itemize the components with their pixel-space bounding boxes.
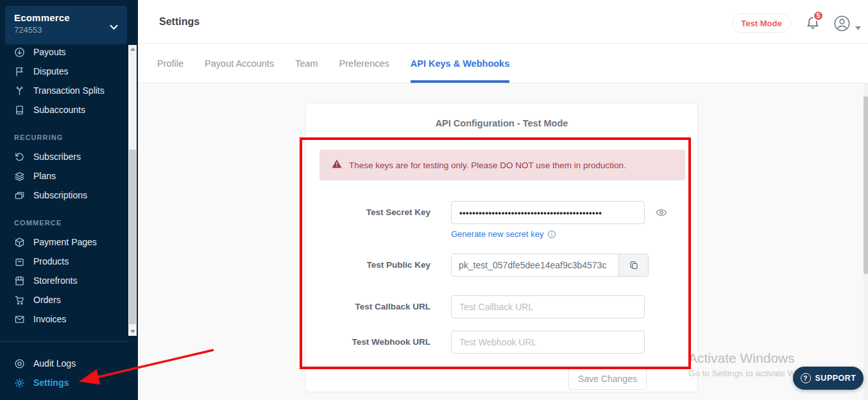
sidebar-scrollbar[interactable] — [128, 45, 137, 336]
sidebar-item-payment-pages[interactable]: Payment Pages — [0, 232, 128, 252]
sidebar-item-settings[interactable]: Settings — [0, 373, 128, 392]
flag-icon — [14, 66, 25, 77]
sidebar-item-label: Settings — [33, 378, 69, 388]
business-id: 724553 — [14, 25, 118, 35]
cart-icon — [14, 295, 25, 306]
sidebar-footer: Audit Logs Settings — [0, 354, 128, 392]
sidebar-item-label: Subscriptions — [33, 190, 87, 200]
callback-url-input[interactable] — [451, 295, 645, 318]
sidebar-nav: Payouts Disputes Transaction Splits Suba… — [0, 42, 128, 329]
split-icon — [14, 85, 25, 96]
layers-icon — [14, 171, 25, 182]
sidebar-item-label: Storefronts — [33, 275, 77, 286]
storefront-icon — [14, 275, 25, 286]
sidebar-item-subscribers[interactable]: Subscribers — [0, 147, 128, 166]
warning-triangle-icon — [332, 159, 342, 171]
scroll-up-arrow-icon[interactable] — [128, 45, 137, 53]
sidebar-item-label: Invoices — [33, 314, 66, 324]
test-keys-warning: These keys are for testing only. Please … — [319, 150, 685, 180]
public-key-label: Test Public Key — [306, 260, 430, 270]
sidebar-section-recurring: RECURRING — [0, 128, 128, 147]
business-name: Ecommerce — [14, 12, 118, 23]
sidebar-divider — [0, 341, 128, 342]
webhook-url-input[interactable] — [451, 331, 645, 354]
tab-profile[interactable]: Profile — [157, 44, 183, 83]
sidebar-item-label: Orders — [33, 295, 61, 305]
app-window: Ecommerce 724553 Payouts Disputes Transa… — [0, 0, 868, 400]
sidebar-item-label: Audit Logs — [33, 358, 76, 369]
generate-secret-key-label: Generate new secret key — [451, 229, 544, 239]
tab-team[interactable]: Team — [295, 44, 318, 83]
target-eye-icon — [14, 358, 25, 369]
sidebar-item-subaccounts[interactable]: Subaccounts — [0, 100, 128, 119]
tab-payout-accounts[interactable]: Payout Accounts — [205, 44, 274, 83]
top-bar: Settings Test Mode 5 — [138, 0, 868, 44]
windows-watermark-line1: Activate Windows — [688, 351, 795, 366]
question-mark-icon: ? — [801, 373, 811, 383]
api-configuration-card: API Configuration - Test Mode These keys… — [305, 103, 698, 392]
tab-preferences[interactable]: Preferences — [339, 44, 389, 83]
sidebar-item-label: Disputes — [33, 66, 68, 76]
sidebar-item-transaction-splits[interactable]: Transaction Splits — [0, 81, 128, 100]
business-switcher[interactable]: Ecommerce 724553 — [5, 6, 127, 44]
sidebar: Ecommerce 724553 Payouts Disputes Transa… — [0, 0, 138, 400]
sidebar-item-orders[interactable]: Orders — [0, 290, 128, 309]
settings-tabs: Profile Payout Accounts Team Preferences… — [138, 44, 868, 83]
circle-arrow-down-icon — [14, 47, 25, 58]
avatar[interactable] — [833, 15, 851, 32]
sidebar-item-label: Transaction Splits — [33, 85, 105, 96]
sidebar-item-label: Subaccounts — [33, 105, 85, 115]
sidebar-item-audit-logs[interactable]: Audit Logs — [0, 354, 128, 373]
rotate-ccw-icon — [14, 152, 25, 162]
card-title: API Configuration - Test Mode — [306, 118, 697, 128]
callback-url-label: Test Callback URL — [306, 302, 430, 311]
info-icon — [547, 230, 556, 239]
ledger-icon — [14, 105, 25, 116]
scroll-down-arrow-icon[interactable] — [128, 327, 137, 336]
support-button[interactable]: ? SUPPORT — [793, 367, 864, 390]
sidebar-item-subscriptions[interactable]: Subscriptions — [0, 186, 128, 205]
page-scrollbar-thumb[interactable] — [864, 96, 868, 274]
copy-icon[interactable] — [618, 254, 648, 276]
cards-icon — [14, 190, 25, 201]
sidebar-item-invoices[interactable]: Invoices — [0, 309, 128, 329]
secret-key-input[interactable] — [451, 201, 645, 224]
package-icon — [14, 237, 25, 248]
envelope-icon — [14, 314, 25, 325]
tab-api-keys-webhooks[interactable]: API Keys & Webhooks — [411, 44, 509, 83]
gear-icon — [14, 378, 25, 388]
notification-count-badge: 5 — [813, 10, 824, 21]
page-scrollbar[interactable] — [864, 83, 868, 400]
secret-key-label: Test Secret Key — [306, 207, 430, 217]
sidebar-item-label: Payment Pages — [33, 237, 97, 247]
page-title: Settings — [159, 16, 200, 28]
bag-icon — [14, 256, 25, 267]
sidebar-item-label: Payouts — [33, 47, 66, 57]
sidebar-item-label: Subscribers — [33, 152, 81, 162]
test-mode-button[interactable]: Test Mode — [732, 13, 791, 33]
webhook-url-label: Test Webhook URL — [306, 337, 430, 347]
public-key-field — [451, 254, 649, 277]
sidebar-item-storefronts[interactable]: Storefronts — [0, 271, 128, 290]
save-changes-button[interactable]: Save Changes — [568, 368, 647, 390]
sidebar-item-plans[interactable]: Plans — [0, 166, 128, 186]
reveal-secret-eye-icon[interactable] — [655, 206, 668, 219]
public-key-input[interactable] — [452, 254, 618, 276]
sidebar-item-payouts[interactable]: Payouts — [0, 42, 128, 62]
sidebar-section-commerce: COMMERCE — [0, 213, 128, 232]
generate-secret-key-link[interactable]: Generate new secret key — [451, 229, 556, 239]
caret-down-icon[interactable] — [855, 21, 861, 33]
sidebar-scrollbar-thumb[interactable] — [129, 150, 136, 324]
sidebar-item-products[interactable]: Products — [0, 252, 128, 271]
sidebar-item-disputes[interactable]: Disputes — [0, 62, 128, 81]
support-label: SUPPORT — [815, 374, 856, 383]
sidebar-item-label: Plans — [33, 171, 56, 181]
warning-text: These keys are for testing only. Please … — [349, 161, 626, 170]
sidebar-item-label: Products — [33, 256, 69, 266]
chevron-down-icon — [110, 21, 118, 33]
